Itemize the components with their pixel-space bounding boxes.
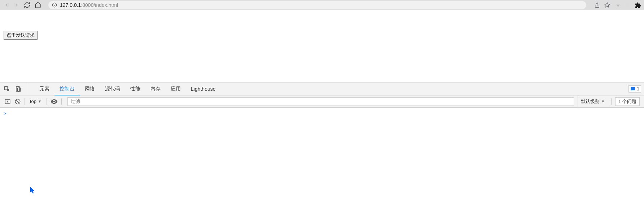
svg-line-11: [16, 100, 19, 103]
context-label: top: [30, 99, 36, 104]
send-request-button[interactable]: 点击发送请求: [4, 31, 38, 40]
console-toolbar: top ▼ 默认级别 ▼ 1 个问题: [0, 95, 644, 108]
console-body[interactable]: >: [0, 108, 644, 206]
devtools-tabs-bar: 元素 控制台 网络 源代码 性能 内存 应用 Lighthouse 1: [0, 82, 644, 95]
svg-rect-8: [18, 88, 21, 91]
devtools-left-icons: [4, 82, 27, 95]
tab-elements[interactable]: 元素: [34, 82, 54, 95]
tab-network[interactable]: 网络: [80, 82, 100, 95]
console-prompt: >: [4, 111, 6, 116]
url-text: 127.0.0.1:8000/index.html: [60, 2, 118, 8]
browser-toolbar: 127.0.0.1:8000/index.html: [0, 0, 644, 10]
page-content: 点击发送请求: [0, 10, 644, 82]
share-icon[interactable]: [594, 2, 600, 8]
bookmark-icon[interactable]: [604, 2, 610, 8]
level-label: 默认级别: [581, 98, 600, 105]
tab-sources[interactable]: 源代码: [100, 82, 125, 95]
live-expression-icon[interactable]: [51, 98, 58, 105]
tab-console[interactable]: 控制台: [54, 82, 80, 95]
device-toggle-icon[interactable]: [15, 86, 22, 92]
address-bar[interactable]: 127.0.0.1:8000/index.html: [48, 1, 586, 9]
problems-label: 1 个问题: [618, 98, 636, 105]
filter-input[interactable]: [67, 97, 574, 106]
devtools-tabs: 元素 控制台 网络 源代码 性能 内存 应用 Lighthouse: [34, 82, 221, 95]
console-sidebar-toggle-icon[interactable]: [4, 98, 11, 105]
divider: [611, 98, 612, 105]
tab-performance[interactable]: 性能: [125, 82, 145, 95]
site-info-icon[interactable]: [52, 3, 57, 8]
tab-application[interactable]: 应用: [166, 82, 186, 95]
clear-console-icon[interactable]: [14, 98, 21, 105]
placeholder-icon[interactable]: [625, 2, 630, 8]
svg-marker-4: [605, 3, 609, 7]
tab-memory[interactable]: 内存: [145, 82, 166, 95]
issues-badge[interactable]: 1: [628, 85, 641, 93]
tab-lighthouse[interactable]: Lighthouse: [186, 82, 221, 95]
problems-count[interactable]: 1 个问题: [615, 97, 640, 106]
extensions-icon[interactable]: [635, 2, 640, 8]
svg-rect-5: [626, 3, 630, 7]
chevron-down-icon: ▼: [601, 99, 605, 103]
divider: [61, 98, 62, 105]
reload-button[interactable]: [24, 2, 30, 8]
divider: [47, 98, 47, 105]
issues-chat-icon: [630, 86, 635, 91]
down-arrow-icon[interactable]: [614, 2, 620, 8]
context-selector[interactable]: top ▼: [29, 99, 43, 104]
inspect-element-icon[interactable]: [4, 86, 10, 92]
toolbar-right: [594, 2, 640, 8]
devtools-right: 1: [628, 82, 644, 95]
issues-count: 1: [637, 86, 639, 91]
log-level-selector[interactable]: 默认级别 ▼: [578, 95, 608, 107]
divider: [25, 98, 25, 105]
forward-button[interactable]: [14, 2, 19, 8]
back-button[interactable]: [4, 2, 9, 8]
chevron-down-icon: ▼: [38, 99, 41, 103]
devtools-panel: 元素 控制台 网络 源代码 性能 内存 应用 Lighthouse 1: [0, 82, 644, 206]
home-button[interactable]: [35, 2, 41, 8]
